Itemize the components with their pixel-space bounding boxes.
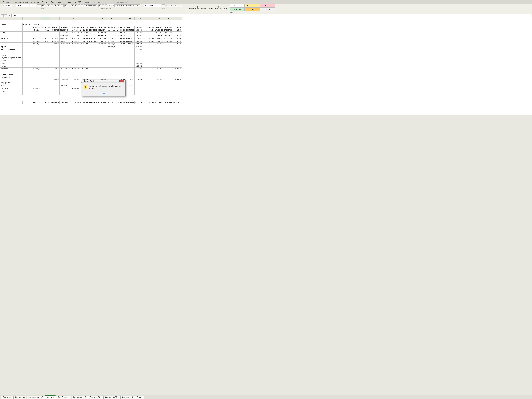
new-sheet-button[interactable]: + xyxy=(144,396,149,399)
cell[interactable] xyxy=(107,51,116,54)
cell[interactable] xyxy=(173,87,182,90)
cell[interactable]: 256 054,58 xyxy=(164,37,173,40)
cell[interactable]: 88 394,16 xyxy=(116,37,125,40)
italic-button[interactable]: К xyxy=(51,5,53,7)
align-bottom-icon[interactable]: ≡ xyxy=(78,5,80,7)
col-header-17[interactable]: 1 xyxy=(173,17,182,20)
cell[interactable] xyxy=(59,90,69,93)
cell[interactable]: 131 619 xyxy=(79,68,89,70)
cell[interactable] xyxy=(125,65,135,68)
cell[interactable] xyxy=(125,54,135,57)
tab-page-layout[interactable]: Разметка страницы xyxy=(11,0,30,4)
cell[interactable]: 43 48 xyxy=(173,26,182,29)
cell[interactable] xyxy=(50,54,59,57)
worksheet[interactable]: 1 2 3 4 5 6 7 8 9 10 11 12 13 14 15 16 1… xyxy=(0,17,532,115)
cell[interactable]: 43 475,00 xyxy=(69,26,79,29)
cell[interactable] xyxy=(79,76,89,79)
cell[interactable] xyxy=(125,51,135,54)
cell[interactable] xyxy=(125,93,135,95)
cell[interactable] xyxy=(23,93,41,95)
cell[interactable] xyxy=(173,62,182,65)
cell[interactable] xyxy=(23,76,41,79)
cell[interactable]: 540 976,32 xyxy=(173,101,182,104)
cell[interactable]: 223 169,28 xyxy=(79,37,89,40)
cell[interactable]: 43 469,00 xyxy=(23,26,41,29)
sheet-tab[interactable]: Свод апрель 2019 xyxy=(103,396,120,399)
cell[interactable]: 1 242 105,40 xyxy=(69,101,79,104)
cell[interactable] xyxy=(125,70,135,73)
cell[interactable]: 245 214,38 xyxy=(79,29,89,32)
style-input[interactable]: Ввод xyxy=(245,8,260,11)
cell[interactable] xyxy=(107,59,116,62)
tab-analyze[interactable]: Анализ xyxy=(82,0,92,4)
cell[interactable] xyxy=(59,62,69,65)
cell[interactable] xyxy=(107,65,116,68)
thousands-button[interactable]: 000 xyxy=(169,5,173,7)
cell[interactable] xyxy=(145,79,154,81)
cell[interactable] xyxy=(41,65,50,68)
cell[interactable] xyxy=(89,54,98,57)
cell[interactable] xyxy=(145,59,154,62)
cell[interactable] xyxy=(69,84,79,87)
cell[interactable]: 363 922,14 xyxy=(41,101,50,104)
cell[interactable] xyxy=(50,90,59,93)
bold-button[interactable]: Ж xyxy=(47,5,50,7)
cell[interactable] xyxy=(41,59,50,62)
cell[interactable] xyxy=(41,43,50,45)
cell[interactable] xyxy=(41,73,50,76)
increase-font-icon[interactable]: A▲ xyxy=(37,5,41,7)
merge-center-button[interactable]: Объединить и поместить в центре xyxy=(115,5,140,7)
cell[interactable] xyxy=(59,65,69,68)
cell[interactable] xyxy=(41,62,50,65)
cell[interactable]: 16 290,00 xyxy=(116,32,125,34)
cell[interactable]: 932 665,30 xyxy=(98,32,107,34)
cell[interactable] xyxy=(164,87,173,90)
col-header-4[interactable]: 4 xyxy=(50,17,59,20)
cell[interactable] xyxy=(107,48,116,51)
cell[interactable] xyxy=(164,76,173,79)
cell[interactable] xyxy=(79,57,89,59)
cell[interactable]: 214 868,44 xyxy=(59,40,69,43)
cell[interactable] xyxy=(23,81,41,84)
cell[interactable] xyxy=(154,59,164,62)
cell[interactable]: 926 391,70 xyxy=(135,43,145,45)
cell[interactable]: 25 200,00 xyxy=(135,48,145,51)
cell[interactable] xyxy=(116,68,125,70)
cell[interactable] xyxy=(50,65,59,68)
cell[interactable] xyxy=(154,81,164,84)
cell[interactable]: 270 807,88 xyxy=(164,29,173,32)
cell[interactable] xyxy=(89,34,98,37)
cell[interactable] xyxy=(125,34,135,37)
cell[interactable] xyxy=(173,57,182,59)
cell[interactable] xyxy=(50,62,59,65)
cell[interactable] xyxy=(69,57,79,59)
cell[interactable] xyxy=(59,59,69,62)
col-header-8[interactable]: 8 xyxy=(89,17,98,20)
cell[interactable]: 1 200 000,00 xyxy=(69,87,79,90)
cell[interactable]: 223 169,28 xyxy=(79,40,89,43)
cell[interactable] xyxy=(154,62,164,65)
cell[interactable] xyxy=(89,57,98,59)
cell[interactable]: 270 807,88 xyxy=(164,101,173,104)
cell[interactable]: 703 245,14 xyxy=(107,101,116,104)
cell[interactable] xyxy=(79,48,89,51)
cell[interactable] xyxy=(41,93,50,95)
sheet-tab[interactable]: Свод март 2019 xyxy=(88,396,103,399)
cell[interactable]: 394 884 xyxy=(173,34,182,37)
decrease-decimal-icon[interactable]: ←,0 xyxy=(179,5,184,7)
conditional-format-button[interactable]: ▦ Условное форматирование xyxy=(188,6,208,10)
name-box-confirm-icon[interactable]: ✓ xyxy=(4,14,7,17)
cell[interactable]: 30 000,00 xyxy=(23,68,41,70)
cell[interactable] xyxy=(145,84,154,87)
cell[interactable] xyxy=(154,57,164,59)
cell[interactable]: 30 000,00 xyxy=(23,43,41,45)
cell[interactable] xyxy=(98,65,107,68)
cell[interactable] xyxy=(79,59,89,62)
fx-icon[interactable]: fx xyxy=(8,15,11,17)
cell[interactable] xyxy=(116,62,125,65)
cell[interactable]: 3 050,60 xyxy=(154,43,164,45)
cell[interactable]: 65 622,48 xyxy=(23,40,41,43)
cell[interactable]: 22 045,10 xyxy=(79,34,89,37)
cell[interactable] xyxy=(50,45,59,48)
cell[interactable]: 160 246,26 xyxy=(116,101,125,104)
